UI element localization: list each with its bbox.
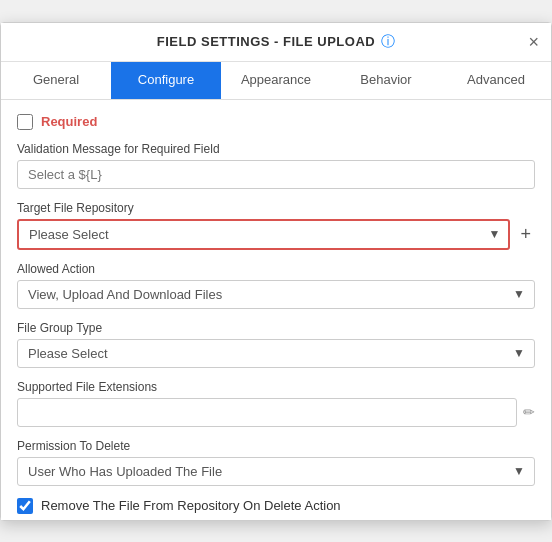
field-settings-modal: FIELD SETTINGS - FILE UPLOAD ⓘ × General… xyxy=(0,22,552,521)
tab-behavior[interactable]: Behavior xyxy=(331,62,441,99)
target-repo-row: Target File Repository Please Select ▼ + xyxy=(17,201,535,250)
tab-appearance[interactable]: Appearance xyxy=(221,62,331,99)
supported-ext-row: Supported File Extensions ✏ xyxy=(17,380,535,427)
permission-delete-row: Permission To Delete User Who Has Upload… xyxy=(17,439,535,486)
modal-header: FIELD SETTINGS - FILE UPLOAD ⓘ × xyxy=(1,23,551,62)
required-label: Required xyxy=(41,114,97,129)
allowed-action-select[interactable]: View, Upload And Download Files xyxy=(17,280,535,309)
tab-configure[interactable]: Configure xyxy=(111,62,221,99)
target-repo-select-container: Please Select ▼ xyxy=(17,219,510,250)
remove-file-label: Remove The File From Repository On Delet… xyxy=(41,498,341,513)
allowed-action-select-container: View, Upload And Download Files ▼ xyxy=(17,280,535,309)
target-repo-add-button[interactable]: + xyxy=(516,223,535,245)
info-icon[interactable]: ⓘ xyxy=(381,33,395,51)
supported-ext-wrapper: ✏ xyxy=(17,398,535,427)
allowed-action-row: Allowed Action View, Upload And Download… xyxy=(17,262,535,309)
remove-file-row: Remove The File From Repository On Delet… xyxy=(17,498,535,514)
validation-message-input[interactable] xyxy=(17,160,535,189)
file-group-select[interactable]: Please Select xyxy=(17,339,535,368)
close-button[interactable]: × xyxy=(528,33,539,51)
file-group-row: File Group Type Please Select ▼ xyxy=(17,321,535,368)
supported-ext-label: Supported File Extensions xyxy=(17,380,535,394)
permission-delete-select[interactable]: User Who Has Uploaded The File xyxy=(17,457,535,486)
permission-delete-label: Permission To Delete xyxy=(17,439,535,453)
file-group-label: File Group Type xyxy=(17,321,535,335)
validation-message-row: Validation Message for Required Field xyxy=(17,142,535,189)
tab-general[interactable]: General xyxy=(1,62,111,99)
allowed-action-label: Allowed Action xyxy=(17,262,535,276)
tab-bar: General Configure Appearance Behavior Ad… xyxy=(1,62,551,100)
edit-icon[interactable]: ✏ xyxy=(523,404,535,420)
file-group-select-container: Please Select ▼ xyxy=(17,339,535,368)
permission-delete-select-container: User Who Has Uploaded The File ▼ xyxy=(17,457,535,486)
target-repo-select[interactable]: Please Select xyxy=(17,219,510,250)
target-repo-label: Target File Repository xyxy=(17,201,535,215)
modal-title: FIELD SETTINGS - FILE UPLOAD xyxy=(157,34,375,49)
modal-body: Required Validation Message for Required… xyxy=(1,100,551,520)
supported-ext-input[interactable] xyxy=(17,398,517,427)
required-checkbox[interactable] xyxy=(17,114,33,130)
target-repo-wrapper: Please Select ▼ + xyxy=(17,219,535,250)
tab-advanced[interactable]: Advanced xyxy=(441,62,551,99)
required-row: Required xyxy=(17,114,535,130)
remove-file-checkbox[interactable] xyxy=(17,498,33,514)
validation-message-label: Validation Message for Required Field xyxy=(17,142,535,156)
